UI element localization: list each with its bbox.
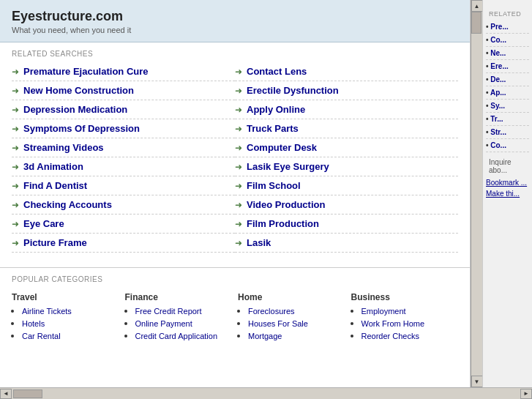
scroll-right-button[interactable]: ► <box>520 389 532 399</box>
category-link[interactable]: Hotels <box>22 319 45 328</box>
scroll-up-button[interactable]: ▲ <box>471 0 483 12</box>
category-link[interactable]: Foreclosures <box>248 307 295 316</box>
arrow-icon: ➜ <box>235 67 242 77</box>
site-title: Eyestructure.com <box>12 9 458 24</box>
search-link[interactable]: New Home Construction <box>23 85 134 96</box>
popular-categories-section: POPULAR CATEGORIES Travel Airline Ticket… <box>0 267 470 350</box>
sidebar-link[interactable]: Co... <box>486 34 529 47</box>
arrow-icon: ➜ <box>12 105 19 115</box>
search-link[interactable]: Premature Ejaculation Cure <box>23 66 149 77</box>
category-link[interactable]: Employment <box>361 307 406 316</box>
related-searches-label: RELATED SEARCHES <box>0 42 470 62</box>
category-link[interactable]: Work From Home <box>361 319 425 328</box>
scroll-thumb[interactable] <box>471 12 482 34</box>
arrow-icon: ➜ <box>235 105 242 115</box>
search-link[interactable]: Depression Medication <box>23 104 127 115</box>
sidebar-link[interactable]: Ere... <box>486 60 529 73</box>
sidebar-link[interactable]: Ne... <box>486 47 529 60</box>
arrow-icon: ➜ <box>235 86 242 96</box>
sidebar-bookmark-link[interactable]: Bookmark ... <box>486 177 529 188</box>
arrow-icon: ➜ <box>12 200 19 210</box>
category-col-home: Home Foreclosures Houses For Sale Mortga… <box>238 292 345 343</box>
header: Eyestructure.com What you need, when you… <box>0 0 470 42</box>
arrow-icon: ➜ <box>235 143 242 153</box>
list-item: ➜ 3d Animation <box>12 157 235 176</box>
arrow-icon: ➜ <box>12 124 19 134</box>
popular-categories-label: POPULAR CATEGORIES <box>12 275 458 288</box>
sidebar-inquire-text: Inquire abo... <box>486 152 529 177</box>
category-link[interactable]: Car Rental <box>22 332 61 340</box>
arrow-icon: ➜ <box>12 67 19 77</box>
search-link[interactable]: Contact Lens <box>247 66 307 77</box>
scroll-down-button[interactable]: ▼ <box>471 376 483 387</box>
sidebar-link[interactable]: Co... <box>486 139 529 152</box>
list-item: ➜ Find A Dentist <box>12 176 235 195</box>
site-subtitle: What you need, when you need it <box>12 26 458 34</box>
sidebar-link[interactable]: De... <box>486 73 529 86</box>
search-link[interactable]: Computer Desk <box>247 142 317 153</box>
search-link[interactable]: Eye Care <box>23 218 64 229</box>
list-item: ➜ Film Production <box>235 215 458 234</box>
sidebar-make-link[interactable]: Make thi... <box>486 188 529 199</box>
search-link[interactable]: Truck Parts <box>247 123 299 134</box>
arrow-icon: ➜ <box>235 200 242 210</box>
search-link[interactable]: Film School <box>247 180 301 191</box>
search-grid: ➜ Premature Ejaculation Cure ➜ New Home … <box>12 62 458 253</box>
list-item: ➜ Lasik Eye Surgery <box>235 157 458 176</box>
category-link[interactable]: Airline Tickets <box>22 307 72 316</box>
scroll-left-button[interactable]: ◄ <box>0 389 12 399</box>
sidebar-link[interactable]: Ap... <box>486 86 529 100</box>
search-link[interactable]: Symptoms Of Depression <box>23 123 140 134</box>
search-link[interactable]: Checking Accounts <box>23 199 112 210</box>
list-item: ➜ Lasik <box>235 234 458 253</box>
list-item: ➜ New Home Construction <box>12 81 235 100</box>
arrow-icon: ➜ <box>235 124 242 134</box>
h-scroll-thumb[interactable] <box>13 389 42 398</box>
sidebar-link[interactable]: Sy... <box>486 100 529 113</box>
search-link[interactable]: Film Production <box>247 218 319 229</box>
search-link[interactable]: Find A Dentist <box>23 180 87 191</box>
category-link[interactable]: Credit Card Application <box>135 332 218 340</box>
list-item: ➜ Film School <box>235 176 458 195</box>
category-col-business: Business Employment Work From Home Reord… <box>351 292 459 343</box>
list-item: ➜ Picture Frame <box>12 234 235 253</box>
list-item: ➜ Erectile Dysfunction <box>235 81 458 100</box>
list-item: ➜ Truck Parts <box>235 119 458 138</box>
search-link[interactable]: Lasik Eye Surgery <box>247 161 329 172</box>
arrow-icon: ➜ <box>12 143 19 153</box>
search-link[interactable]: Erectile Dysfunction <box>247 85 339 96</box>
category-link[interactable]: Mortgage <box>248 332 282 340</box>
list-item: ➜ Checking Accounts <box>12 195 235 215</box>
list-item: ➜ Premature Ejaculation Cure <box>12 62 235 81</box>
related-searches-section: ➜ Premature Ejaculation Cure ➜ New Home … <box>0 62 470 260</box>
search-link[interactable]: 3d Animation <box>23 161 83 172</box>
category-col-finance: Finance Free Credit Report Online Paymen… <box>125 292 233 343</box>
horizontal-scrollbar[interactable]: ◄ ► <box>0 387 532 399</box>
h-scroll-track[interactable] <box>13 389 519 398</box>
list-item: ➜ Contact Lens <box>235 62 458 81</box>
search-link[interactable]: Video Production <box>247 199 325 210</box>
vertical-scrollbar[interactable]: ▲ ▼ <box>471 0 482 387</box>
search-link[interactable]: Lasik <box>247 237 271 248</box>
category-link[interactable]: Reorder Checks <box>361 332 419 340</box>
scroll-track[interactable] <box>471 12 482 376</box>
category-title-home: Home <box>238 292 345 302</box>
search-link[interactable]: Picture Frame <box>23 237 87 248</box>
search-col-right: ➜ Contact Lens ➜ Erectile Dysfunction ➜ … <box>235 62 458 253</box>
category-link[interactable]: Free Credit Report <box>135 307 202 316</box>
sidebar-link[interactable]: Str... <box>486 126 529 139</box>
list-item: ➜ Eye Care <box>12 215 235 234</box>
app-container: Eyestructure.com What you need, when you… <box>0 0 532 399</box>
list-item: ➜ Symptoms Of Depression <box>12 119 235 138</box>
main-content: Eyestructure.com What you need, when you… <box>0 0 471 387</box>
sidebar-link[interactable]: Tr... <box>486 113 529 126</box>
search-link[interactable]: Streaming Videos <box>23 142 104 153</box>
list-item: ➜ Apply Online <box>235 100 458 119</box>
category-link[interactable]: Online Payment <box>135 319 192 328</box>
category-title-business: Business <box>351 292 459 302</box>
category-link[interactable]: Houses For Sale <box>248 319 308 328</box>
arrow-icon: ➜ <box>235 219 242 229</box>
search-link[interactable]: Apply Online <box>247 104 305 115</box>
category-title-finance: Finance <box>125 292 233 302</box>
sidebar-link[interactable]: Pre... <box>486 20 529 34</box>
